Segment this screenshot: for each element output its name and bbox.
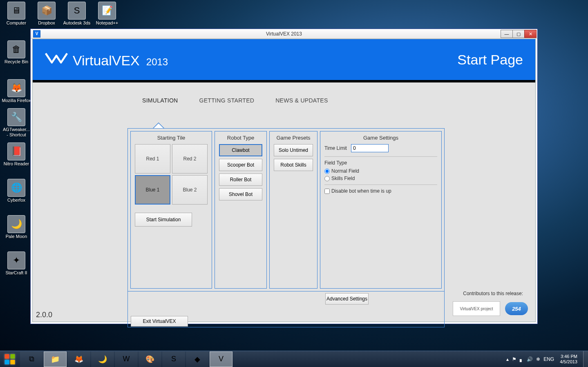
tile-red2[interactable]: Red 2 xyxy=(172,144,208,173)
autodesk-icon: S xyxy=(68,2,86,20)
system-tray: ▴ ⚑ ▖ 🔊 ❄ ENG 3:46 PM 4/5/2013 xyxy=(503,354,583,365)
desktop-icon-computer[interactable]: 🖥Computer xyxy=(2,2,31,26)
taskbar-unity[interactable]: ◆ xyxy=(186,351,209,367)
tray-sync-icon[interactable]: ❄ xyxy=(536,356,540,362)
taskbar-3ds[interactable]: S xyxy=(162,351,185,367)
panel-starting-tile: Starting Tile Red 1 Red 2 Blue 1 Blue 2 … xyxy=(130,131,212,289)
window-title: VirtualVEX 2013 xyxy=(31,31,537,37)
tray-volume-icon[interactable]: 🔊 xyxy=(527,356,533,362)
preset-solo-untimed[interactable]: Solo Untimed xyxy=(274,144,313,156)
robot-shovel[interactable]: Shovel Bot xyxy=(219,188,262,200)
radio-skills-field[interactable]: Skills Field xyxy=(324,176,437,181)
svg-rect-3 xyxy=(10,360,15,364)
exit-button[interactable]: Exit VirtualVEX xyxy=(131,316,188,327)
panel-robot-type: Robot Type Clawbot Scooper Bot Roller Bo… xyxy=(215,131,267,289)
show-desktop-button[interactable] xyxy=(583,351,588,367)
app-icon: V xyxy=(33,30,40,38)
taskbar-word[interactable]: W xyxy=(115,351,138,367)
divider xyxy=(324,185,437,185)
window-buttons: — ▢ ✕ xyxy=(501,30,537,38)
clock-time: 3:46 PM xyxy=(560,354,577,359)
app-window: V VirtualVEX 2013 — ▢ ✕ VirtualVEX 2013 … xyxy=(30,29,538,324)
desktop-icon-starcraft[interactable]: ✦StarCraft II xyxy=(2,251,31,276)
svg-rect-1 xyxy=(10,354,15,358)
app-body: VirtualVEX 2013 Start Page SIMULATION GE… xyxy=(32,39,536,322)
virtualvex-project-logo: VirtualVEX project xyxy=(453,301,500,316)
robot-scooper[interactable]: Scooper Bot xyxy=(219,159,262,171)
panel-game-settings: Game Settings Time Limit Field Type Norm… xyxy=(320,131,442,289)
banner-year: 2013 xyxy=(146,56,168,68)
desktop-icon-recyclebin[interactable]: 🗑Recycle Bin xyxy=(2,40,31,65)
tile-blue2[interactable]: Blue 2 xyxy=(172,175,208,205)
starting-tile-header: Starting Tile xyxy=(135,135,208,141)
pdf-icon: 📕 xyxy=(7,142,25,160)
advanced-settings-button[interactable]: Advanced Settings xyxy=(325,293,369,305)
svg-rect-0 xyxy=(4,354,9,358)
wrench-icon: 🔧 xyxy=(7,108,25,126)
tile-blue1[interactable]: Blue 1 xyxy=(135,175,170,205)
checkbox-disable-bot[interactable]: Disable bot when time is up xyxy=(324,188,437,194)
recyclebin-icon: 🗑 xyxy=(7,40,25,58)
maximize-button[interactable]: ▢ xyxy=(512,30,525,38)
desktop-icon-column-4: 📝Notepad++ xyxy=(92,2,122,31)
desktop-icon-column-2: 📦Dropbox xyxy=(32,2,61,31)
tab-news-updates[interactable]: NEWS & UPDATES xyxy=(275,97,328,108)
radio-normal-field[interactable]: Normal Field xyxy=(324,168,437,174)
desktop-icon-cyberfox[interactable]: 🌐Cyberfox xyxy=(2,179,31,203)
taskbar-firefox[interactable]: 🦊 xyxy=(67,351,90,367)
tray-flag-icon[interactable]: ⚑ xyxy=(512,356,516,362)
tab-arrow xyxy=(154,123,163,128)
moon-icon: 🌙 xyxy=(7,215,25,233)
preset-robot-skills[interactable]: Robot Skills xyxy=(274,159,313,171)
robot-clawbot[interactable]: Clawbot xyxy=(219,144,262,156)
start-button[interactable] xyxy=(0,351,20,367)
dropbox-icon: 📦 xyxy=(38,2,56,20)
starcraft-icon: ✦ xyxy=(7,251,25,269)
tab-getting-started[interactable]: GETTING STARTED xyxy=(199,97,255,108)
contributor-logos: VirtualVEX project 254 xyxy=(453,301,528,316)
notepad-icon: 📝 xyxy=(98,2,116,20)
radio-normal-field-input[interactable] xyxy=(324,169,330,174)
taskbar-clock[interactable]: 3:46 PM 4/5/2013 xyxy=(560,354,577,365)
taskbar-gimp[interactable]: 🎨 xyxy=(139,351,161,367)
time-limit-label: Time Limit xyxy=(324,145,347,151)
start-simulation-button[interactable]: Start Simulation xyxy=(135,213,192,227)
desktop-icon-3ds[interactable]: SAutodesk 3ds xyxy=(62,2,92,26)
desktop-icon-notepadpp[interactable]: 📝Notepad++ xyxy=(92,2,122,26)
close-button[interactable]: ✕ xyxy=(524,30,537,38)
time-limit-input[interactable] xyxy=(351,144,389,152)
desktop-icon-firefox[interactable]: 🦊Mozilla Firefox xyxy=(2,79,31,103)
contributors-label: Contributors to this release: xyxy=(463,291,523,296)
tray-chevron-icon[interactable]: ▴ xyxy=(506,356,509,362)
checkbox-disable-bot-input[interactable] xyxy=(324,189,330,194)
tab-strip: SIMULATION GETTING STARTED NEWS & UPDATE… xyxy=(142,97,535,108)
desktop-icon-agtweaker[interactable]: 🔧AGTweaker... - Shortcut xyxy=(2,108,31,138)
computer-icon: 🖥 xyxy=(7,2,25,20)
desktop-icon-column-3: SAutodesk 3ds xyxy=(62,2,92,31)
clock-date: 4/5/2013 xyxy=(560,359,577,365)
game-presets-header: Game Presets xyxy=(274,135,313,141)
titlebar[interactable]: V VirtualVEX 2013 — ▢ ✕ xyxy=(31,29,537,39)
desktop-icon-dropbox[interactable]: 📦Dropbox xyxy=(32,2,61,26)
taskbar-explorer[interactable]: 📁 xyxy=(44,351,67,367)
desktop-icon-nitro[interactable]: 📕Nitro Reader xyxy=(2,142,31,167)
radio-skills-field-input[interactable] xyxy=(324,176,330,181)
banner-page-title: Start Page xyxy=(457,52,523,68)
tab-simulation[interactable]: SIMULATION xyxy=(142,97,178,108)
taskbar-palemoon[interactable]: 🌙 xyxy=(91,351,114,367)
taskbar-powershell[interactable]: ⧉ xyxy=(20,351,43,367)
minimize-button[interactable]: — xyxy=(501,30,513,38)
divider xyxy=(324,156,437,157)
tray-network-icon[interactable]: ▖ xyxy=(520,356,523,362)
tray-language[interactable]: ENG xyxy=(543,356,554,362)
desktop-icon-column-1: 🖥Computer 🗑Recycle Bin 🦊Mozilla Firefox … xyxy=(2,2,31,280)
desktop-icon-palemoon[interactable]: 🌙Pale Moon xyxy=(2,215,31,239)
team254-logo: 254 xyxy=(505,302,528,315)
virtualvex-logo-icon xyxy=(45,51,68,65)
panel-game-presets: Game Presets Solo Untimed Robot Skills xyxy=(269,131,317,289)
banner-brand: VirtualVEX xyxy=(73,53,140,69)
taskbar-virtualvex[interactable]: V xyxy=(210,351,233,367)
banner-underline xyxy=(33,80,535,82)
robot-roller[interactable]: Roller Bot xyxy=(219,173,262,186)
tile-red1[interactable]: Red 1 xyxy=(135,144,170,173)
